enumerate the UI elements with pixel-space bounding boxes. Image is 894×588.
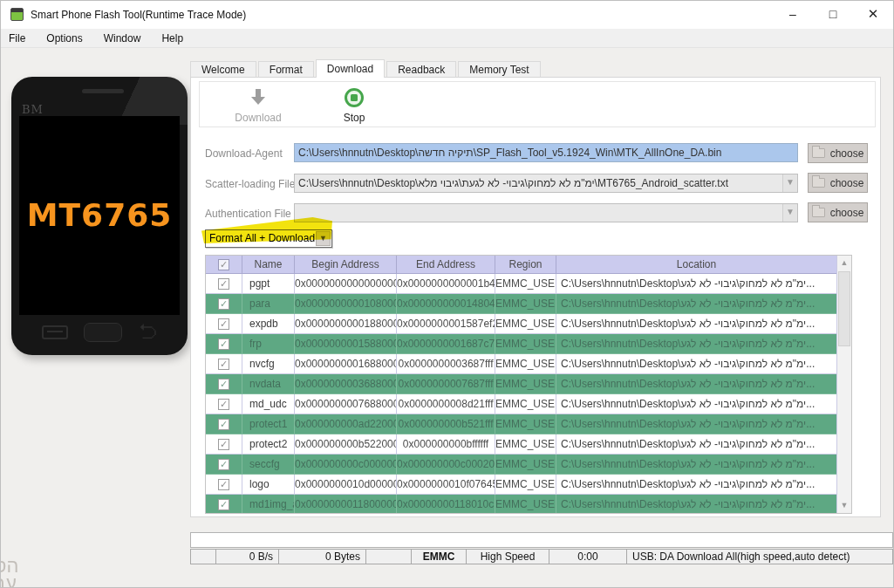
tab-memory-test[interactable]: Memory Test	[458, 61, 540, 78]
phone-speaker	[82, 89, 124, 93]
menu-item-options[interactable]: Options	[36, 29, 92, 48]
auth-choose-button[interactable]: choose	[808, 202, 868, 222]
phone-brand-label: BM	[22, 103, 44, 116]
menu-item-window[interactable]: Window	[93, 29, 152, 48]
row-checkbox[interactable]: ✓	[206, 294, 242, 313]
menu-item-file[interactable]: File	[1, 29, 36, 48]
checkbox-icon[interactable]: ✓	[218, 419, 229, 430]
checkbox-icon[interactable]: ✓	[218, 298, 229, 310]
checkbox-icon[interactable]: ✓	[218, 499, 229, 510]
scatter-file-input[interactable]	[294, 174, 798, 193]
app-icon	[10, 8, 24, 21]
row-checkbox[interactable]: ✓	[206, 394, 242, 414]
scatter-dropdown-arrow-icon[interactable]: ▼	[782, 174, 797, 192]
cell-location: C:\Users\hnnutn\Desktop\ימ"מ לא למחוק\גי…	[556, 394, 836, 414]
cell-begin-address: 0x0000000001588000	[295, 334, 397, 353]
row-checkbox[interactable]: ✓	[206, 334, 242, 353]
row-checkbox[interactable]: ✓	[206, 374, 242, 393]
table-row-frp[interactable]: ✓frp0x00000000015880000x0000000001687c7d…	[206, 334, 836, 354]
row-checkbox[interactable]: ✓	[206, 314, 242, 333]
progress-bar	[190, 532, 893, 548]
cell-begin-address: 0x0000000000000000	[295, 274, 397, 293]
cell-begin-address: 0x0000000000108000	[295, 294, 397, 313]
table-row-md_udc[interactable]: ✓md_udc0x00000000076880000x0000000008d21…	[206, 394, 836, 414]
select-all-checkbox[interactable]: ✓	[206, 256, 242, 273]
cell-location: C:\Users\hnnutn\Desktop\ימ"מ לא למחוק\גי…	[556, 274, 836, 293]
cell-location: C:\Users\hnnutn\Desktop\ימ"מ לא למחוק\גי…	[556, 354, 836, 373]
phone-illustration: BM MT6765 ⮌	[11, 77, 188, 355]
scatter-file-label: Scatter-loading File	[205, 178, 295, 190]
row-checkbox[interactable]: ✓	[206, 354, 242, 373]
scrollbar-thumb[interactable]	[838, 271, 850, 346]
table-row-logo[interactable]: ✓logo0x0000000010d000000x0000000010f0764…	[206, 475, 836, 495]
checkbox-icon[interactable]: ✓	[218, 479, 229, 490]
cell-begin-address: 0x000000000b522000	[295, 434, 397, 454]
table-row-md1img_a[interactable]: ✓md1img_a0x00000000118000000x00000000118…	[206, 495, 836, 514]
tab-format[interactable]: Format	[258, 61, 314, 78]
table-row-protect2[interactable]: ✓protect20x000000000b5220000x000000000bf…	[206, 434, 836, 455]
row-checkbox[interactable]: ✓	[206, 274, 242, 293]
maximize-button[interactable]: □	[813, 1, 853, 27]
cell-location: C:\Users\hnnutn\Desktop\ימ"מ לא למחוק\גי…	[556, 334, 836, 353]
checkbox-icon[interactable]: ✓	[218, 399, 229, 410]
download-agent-input[interactable]	[294, 143, 798, 162]
row-checkbox[interactable]: ✓	[206, 414, 242, 434]
cell-region: EMMC_USER	[495, 354, 556, 373]
cell-location: C:\Users\hnnutn\Desktop\ימ"מ לא למחוק\גי…	[556, 455, 836, 474]
checkbox-icon[interactable]: ✓	[218, 318, 229, 330]
auth-dropdown-arrow-icon[interactable]: ▼	[782, 204, 797, 222]
table-row-nvdata[interactable]: ✓nvdata0x00000000036880000x0000000007687…	[206, 374, 836, 394]
cell-location: C:\Users\hnnutn\Desktop\ימ"מ לא למחוק\גי…	[556, 314, 836, 333]
table-row-nvcfg[interactable]: ✓nvcfg0x00000000016880000x0000000003687f…	[206, 354, 836, 374]
checkbox-icon[interactable]: ✓	[218, 359, 229, 370]
table-scrollbar[interactable]: ▲ ▼	[836, 256, 851, 513]
cell-region: EMMC_USER	[495, 294, 556, 313]
row-checkbox[interactable]: ✓	[206, 434, 242, 454]
column-header-end[interactable]: End Address	[397, 256, 495, 273]
column-header-name[interactable]: Name	[242, 256, 295, 273]
download-arrow-icon	[219, 85, 297, 110]
checkbox-icon[interactable]: ✓	[218, 379, 229, 390]
table-row-pgpt[interactable]: ✓pgpt0x00000000000000000x0000000000001b4…	[206, 274, 836, 294]
download-button[interactable]: Download	[219, 85, 297, 124]
checkbox-icon[interactable]: ✓	[218, 459, 229, 470]
table-row-expdb[interactable]: ✓expdb0x00000000001880000x0000000001587e…	[206, 314, 836, 334]
cell-end-address: 0x000000000c000207	[397, 455, 495, 474]
status-usb-mode: USB: DA Download All(high speed,auto det…	[627, 549, 893, 564]
scatter-choose-button[interactable]: choose	[808, 173, 868, 193]
tab-bar: WelcomeFormatDownloadReadbackMemory Test	[190, 59, 543, 78]
minimize-button[interactable]: –	[773, 1, 813, 27]
row-checkbox[interactable]: ✓	[206, 455, 242, 474]
cell-name: nvcfg	[242, 354, 295, 373]
checkbox-icon[interactable]: ✓	[218, 278, 229, 290]
cell-begin-address: 0x0000000007688000	[295, 394, 397, 414]
tab-welcome[interactable]: Welcome	[190, 61, 256, 78]
cell-location: C:\Users\hnnutn\Desktop\ימ"מ לא למחוק\גי…	[556, 495, 836, 514]
row-checkbox[interactable]: ✓	[206, 475, 242, 494]
menu-item-help[interactable]: Help	[151, 29, 194, 48]
auth-file-input[interactable]	[294, 203, 798, 222]
download-agent-choose-button[interactable]: choose	[808, 143, 868, 163]
scroll-up-icon[interactable]: ▲	[837, 256, 851, 270]
stop-icon	[315, 85, 393, 110]
close-button[interactable]: ✕	[853, 1, 893, 27]
tab-readback[interactable]: Readback	[386, 61, 456, 78]
phone-home-button	[84, 323, 122, 342]
column-header-region[interactable]: Region	[495, 256, 556, 273]
row-checkbox[interactable]: ✓	[206, 495, 242, 514]
status-bytes: 0 Bytes	[279, 549, 366, 564]
table-row-protect1[interactable]: ✓protect10x000000000ad220000x000000000b5…	[206, 414, 836, 434]
checkbox-icon[interactable]: ✓	[218, 439, 229, 450]
table-row-para[interactable]: ✓para0x00000000001080000x000000000014804…	[206, 294, 836, 314]
stop-button[interactable]: Stop	[315, 85, 393, 124]
checkbox-icon[interactable]: ✓	[218, 338, 229, 350]
table-row-seccfg[interactable]: ✓seccfg0x000000000c0000000x000000000c000…	[206, 455, 836, 475]
column-header-begin[interactable]: Begin Address	[295, 256, 397, 273]
cell-end-address: 0x0000000008d21fff	[397, 394, 495, 414]
column-header-location[interactable]: Location	[556, 256, 836, 273]
cell-location: C:\Users\hnnutn\Desktop\ימ"מ לא למחוק\גי…	[556, 374, 836, 393]
cell-name: expdb	[242, 314, 295, 333]
tab-download[interactable]: Download	[316, 59, 385, 78]
scroll-down-icon[interactable]: ▼	[837, 498, 851, 513]
cell-region: EMMC_USER	[495, 334, 556, 353]
